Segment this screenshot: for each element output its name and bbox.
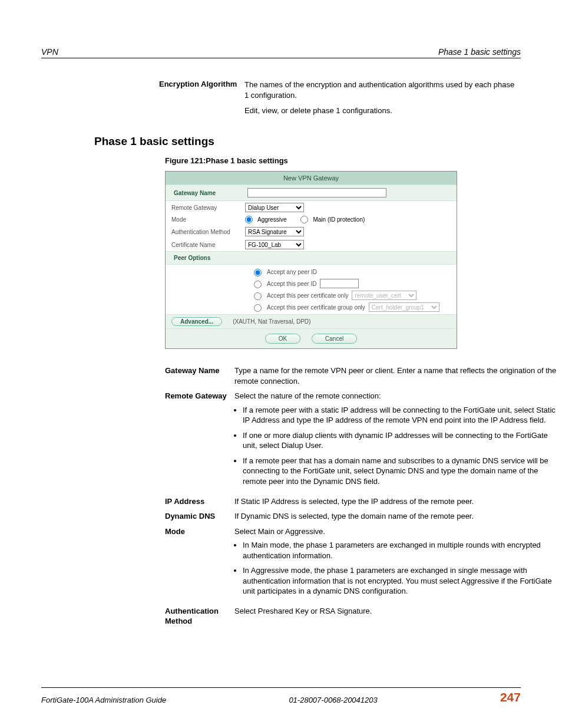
encryption-algorithm-row: Encryption Algorithm The names of the en…	[159, 80, 521, 100]
def-auth-method-text: Select Preshared Key or RSA Signature.	[234, 604, 562, 629]
def-mode-b1: In Main mode, the phase 1 parameters are…	[243, 540, 561, 561]
cancel-button[interactable]: Cancel	[312, 334, 357, 344]
encryption-algorithm-text: The names of the encryption and authenti…	[244, 80, 521, 100]
peer-cert-only-text: Accept this peer certificate only	[267, 292, 348, 299]
page-footer: FortiGate-100A Administration Guide 01-2…	[41, 687, 521, 704]
gateway-name-label: Gateway Name	[174, 190, 247, 196]
def-remote-gateway-body: Select the nature of the remote connecti…	[234, 388, 562, 493]
def-gateway-name-term: Gateway Name	[165, 363, 234, 388]
advanced-button[interactable]: Advanced...	[171, 317, 222, 326]
def-ip-address-text: If Static IP Address is selected, type t…	[234, 494, 562, 509]
def-remote-gateway-b1: If a remote peer with a static IP addres…	[243, 405, 561, 426]
footer-left: FortiGate-100A Administration Guide	[41, 696, 166, 704]
peer-any-radio[interactable]	[254, 269, 262, 276]
auth-method-select[interactable]: RSA Signature	[245, 227, 304, 236]
cert-name-label: Certificate Name	[171, 242, 245, 248]
peer-options-header: Peer Options	[166, 251, 457, 265]
mode-aggressive-text: Aggressive	[257, 216, 286, 223]
def-mode-term: Mode	[165, 524, 234, 604]
remote-gateway-label: Remote Gateway	[171, 205, 245, 211]
cert-name-select[interactable]: FG-100_Lab	[245, 240, 304, 249]
peer-cert-only-radio[interactable]	[254, 292, 262, 300]
peer-cert-only-select[interactable]: remote_user_cert	[352, 291, 416, 300]
ok-button[interactable]: OK	[265, 334, 300, 344]
figure-caption: Figure 121:Phase 1 basic settings	[165, 156, 521, 165]
running-head: VPN Phase 1 basic settings	[41, 47, 521, 58]
definitions-table: Gateway Name Type a name for the remote …	[165, 363, 562, 629]
gateway-name-input[interactable]	[247, 188, 386, 197]
running-head-right: Phase 1 basic settings	[438, 47, 521, 57]
vpn-gateway-dialog: New VPN Gateway Gateway Name Remote Gate…	[165, 171, 457, 349]
dialog-title: New VPN Gateway	[166, 172, 457, 185]
def-mode-body: Select Main or Aggressive. In Main mode,…	[234, 524, 562, 604]
peer-any-text: Accept any peer ID	[267, 269, 317, 275]
advanced-note: (XAUTH, Nat Traversal, DPD)	[233, 318, 310, 325]
def-remote-gateway-b3: If a remote peer that has a domain name …	[243, 456, 561, 487]
auth-method-label: Authentication Method	[171, 229, 245, 235]
mode-aggressive-radio[interactable]	[245, 216, 253, 223]
section-heading: Phase 1 basic settings	[94, 135, 521, 148]
def-mode-b2: In Aggressive mode, the phase 1 paramete…	[243, 565, 561, 597]
mode-main-text: Main (ID protection)	[313, 216, 365, 223]
def-gateway-name-text: Type a name for the remote VPN peer or c…	[234, 363, 562, 388]
def-remote-gateway-b2: If one or more dialup clients with dynam…	[243, 430, 561, 451]
encryption-algorithm-subtext: Edit, view, or delete phase 1 configurat…	[244, 106, 521, 115]
footer-center: 01-28007-0068-20041203	[289, 696, 377, 704]
remote-gateway-select[interactable]: Dialup User	[245, 203, 304, 212]
mode-label: Mode	[171, 216, 245, 223]
peer-this-id-text: Accept this peer ID	[267, 281, 316, 287]
encryption-algorithm-label: Encryption Algorithm	[159, 80, 244, 100]
def-dynamic-dns-text: If Dynamic DNS is selected, type the dom…	[234, 509, 562, 524]
peer-cert-group-select[interactable]: Cert_holder_group1	[369, 302, 439, 312]
page-number: 247	[500, 690, 521, 704]
def-ip-address-term: IP Address	[165, 494, 234, 509]
def-dynamic-dns-term: Dynamic DNS	[165, 509, 234, 524]
peer-this-id-input[interactable]	[320, 279, 359, 288]
running-head-left: VPN	[41, 47, 58, 57]
peer-cert-group-text: Accept this peer certificate group only	[267, 304, 365, 311]
def-auth-method-term: Authentication Method	[165, 604, 234, 629]
def-remote-gateway-intro: Select the nature of the remote connecti…	[234, 391, 381, 400]
def-remote-gateway-term: Remote Gateway	[165, 388, 234, 493]
mode-main-radio[interactable]	[300, 216, 308, 223]
peer-this-id-radio[interactable]	[254, 281, 262, 288]
peer-cert-group-radio[interactable]	[254, 304, 262, 312]
def-mode-intro: Select Main or Aggressive.	[234, 527, 325, 536]
